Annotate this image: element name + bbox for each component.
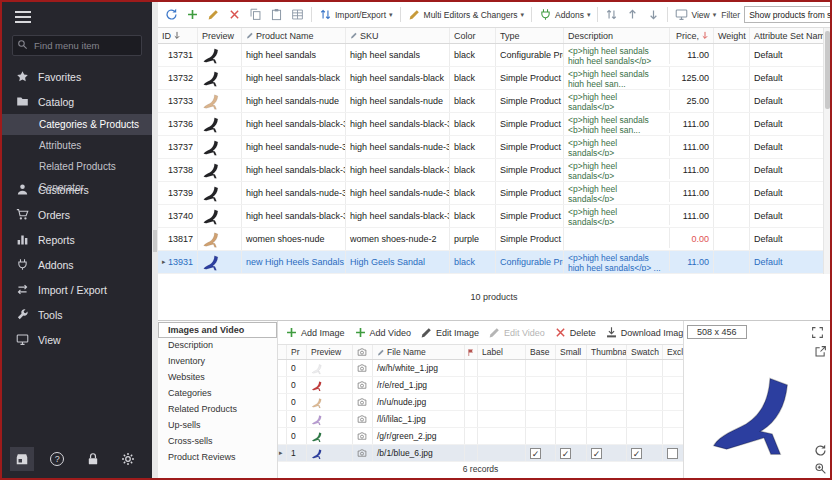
edit-product-button[interactable] <box>204 6 223 23</box>
small-checkbox[interactable]: ✓ <box>560 448 571 459</box>
base-checkbox[interactable] <box>530 363 541 374</box>
base-checkbox[interactable] <box>530 380 541 391</box>
col-header-sku[interactable]: SKU <box>346 28 450 43</box>
lock-button[interactable] <box>81 447 105 471</box>
small-checkbox[interactable] <box>560 363 571 374</box>
product-row[interactable]: ▸ 13931 new High Heels Sandals High Geel… <box>158 251 823 274</box>
product-row[interactable]: 13739 high heel sandals-nude-37 high hee… <box>158 182 823 205</box>
sidebar-subitem[interactable]: Related Products Generator <box>2 156 152 177</box>
add-image-button[interactable]: Add Image <box>282 324 348 341</box>
help-button[interactable]: ? <box>45 447 69 471</box>
col-header-price[interactable]: Price, <box>670 28 714 43</box>
detail-tab[interactable]: Images and Video <box>158 322 277 338</box>
exclude-checkbox[interactable] <box>667 397 678 408</box>
col-header-preview[interactable]: Preview <box>198 28 242 43</box>
splitter-grip[interactable] <box>153 230 157 252</box>
grid-scrollbar[interactable] <box>823 28 830 274</box>
detail-tab[interactable]: Websites <box>158 370 277 386</box>
col-header-media-type[interactable] <box>353 345 373 359</box>
sidebar-item-import-export[interactable]: Import / Export <box>2 277 152 302</box>
thumbnail-checkbox[interactable]: ✓ <box>591 448 602 459</box>
delete-product-button[interactable] <box>225 6 244 23</box>
add-product-button[interactable] <box>183 6 202 23</box>
small-checkbox[interactable] <box>560 380 571 391</box>
image-row[interactable]: 0 /g/r/green_2.jpg <box>278 428 683 445</box>
col-header-label[interactable]: Label <box>478 345 526 359</box>
image-row[interactable]: 0 /l/i/lilac_1.jpg <box>278 411 683 428</box>
image-row[interactable]: ▸ 1 /b/1/blue_6.jpg ✓ <box>278 445 683 462</box>
col-header-flag[interactable] <box>465 345 478 359</box>
col-header-base[interactable]: Base <box>526 345 556 359</box>
delete-image-button[interactable]: Delete <box>551 324 599 341</box>
col-header-description[interactable]: Description <box>564 28 670 43</box>
exclude-checkbox[interactable] <box>667 363 678 374</box>
product-row[interactable]: 13738 high heel sandals-black-37 high he… <box>158 159 823 182</box>
open-in-window-button[interactable] <box>813 344 828 359</box>
sidebar-item-catalog[interactable]: Catalog <box>2 89 152 114</box>
col-header-thumbnail[interactable]: Thumbna <box>587 345 627 359</box>
menu-search-input[interactable] <box>12 35 142 56</box>
small-checkbox[interactable] <box>560 431 571 442</box>
product-row[interactable]: 13737 high heel sandals-nude-36 high hee… <box>158 136 823 159</box>
sidebar-item-reports[interactable]: Reports <box>2 227 152 252</box>
detail-tab[interactable]: Inventory <box>158 354 277 370</box>
move-up-button[interactable] <box>623 6 642 23</box>
copy-button[interactable] <box>246 6 265 23</box>
product-row[interactable]: 13731 high heel sandals high heel sandal… <box>158 44 823 67</box>
base-checkbox[interactable] <box>530 431 541 442</box>
move-down-button[interactable] <box>644 6 663 23</box>
product-row[interactable]: 13740 high heel sandals-black-38 high he… <box>158 205 823 228</box>
detail-tab[interactable]: Product Reviews <box>158 450 277 466</box>
sidebar-subitem[interactable]: Attributes <box>2 135 152 156</box>
sidebar-item-addons[interactable]: Addons <box>2 252 152 277</box>
download-image-button[interactable]: Download Image <box>602 324 683 341</box>
swatch-checkbox[interactable] <box>631 431 642 442</box>
refresh-button[interactable] <box>162 6 181 23</box>
detail-tab[interactable]: Categories <box>158 386 277 402</box>
swatch-checkbox[interactable] <box>631 414 642 425</box>
col-header-weight[interactable]: Weight <box>714 28 750 43</box>
image-row[interactable]: 0 /w/h/white_1.jpg <box>278 360 683 377</box>
exclude-checkbox[interactable] <box>667 414 678 425</box>
rotate-button[interactable] <box>813 443 828 458</box>
zoom-button[interactable] <box>813 461 828 476</box>
exclude-checkbox[interactable] <box>667 448 678 459</box>
image-row[interactable]: 0 /r/e/red_1.jpg <box>278 377 683 394</box>
col-header-id[interactable]: ID <box>158 28 198 43</box>
sidebar-item-favorites[interactable]: Favorites <box>2 64 152 89</box>
base-checkbox[interactable] <box>530 397 541 408</box>
exclude-checkbox[interactable] <box>667 380 678 391</box>
col-header-file-name[interactable]: File Name <box>373 345 465 359</box>
view-menu[interactable]: View ▾ <box>672 6 719 23</box>
edit-video-button[interactable]: Edit Video <box>485 324 548 341</box>
sidebar-subitem[interactable]: Categories & Products <box>2 114 152 135</box>
settings-button[interactable] <box>116 447 140 471</box>
paste-button[interactable] <box>267 6 286 23</box>
image-row[interactable]: 0 /n/u/nude.jpg <box>278 394 683 411</box>
thumbnail-checkbox[interactable] <box>591 380 602 391</box>
detail-tab[interactable]: Cross-sells <box>158 434 277 450</box>
small-checkbox[interactable] <box>560 414 571 425</box>
swatch-checkbox[interactable]: ✓ <box>631 448 642 459</box>
add-video-button[interactable]: Add Video <box>351 324 414 341</box>
swatch-checkbox[interactable] <box>631 397 642 408</box>
edit-image-button[interactable]: Edit Image <box>417 324 482 341</box>
store-button[interactable] <box>10 447 34 471</box>
thumbnail-checkbox[interactable] <box>591 431 602 442</box>
thumbnail-checkbox[interactable] <box>591 414 602 425</box>
thumbnail-checkbox[interactable] <box>591 397 602 408</box>
sidebar-item-tools[interactable]: Tools <box>2 302 152 327</box>
col-header-attribute-set[interactable]: Attribute Set Name <box>750 28 823 43</box>
col-header-type[interactable]: Type <box>496 28 564 43</box>
sidebar-item-view[interactable]: View <box>2 327 152 352</box>
multi-editors-menu[interactable]: Multi Editors & Changers ▾ <box>405 6 528 23</box>
fullscreen-button[interactable] <box>808 324 827 341</box>
menu-toggle-icon[interactable] <box>2 2 152 32</box>
import-export-menu[interactable]: Import/Export ▾ <box>316 6 396 23</box>
addons-menu[interactable]: Addons ▾ <box>536 6 593 23</box>
col-header-color[interactable]: Color <box>450 28 496 43</box>
base-checkbox[interactable] <box>530 414 541 425</box>
detail-tab[interactable]: Description <box>158 338 277 354</box>
detail-tab[interactable]: Related Products <box>158 402 277 418</box>
swatch-checkbox[interactable] <box>631 363 642 374</box>
